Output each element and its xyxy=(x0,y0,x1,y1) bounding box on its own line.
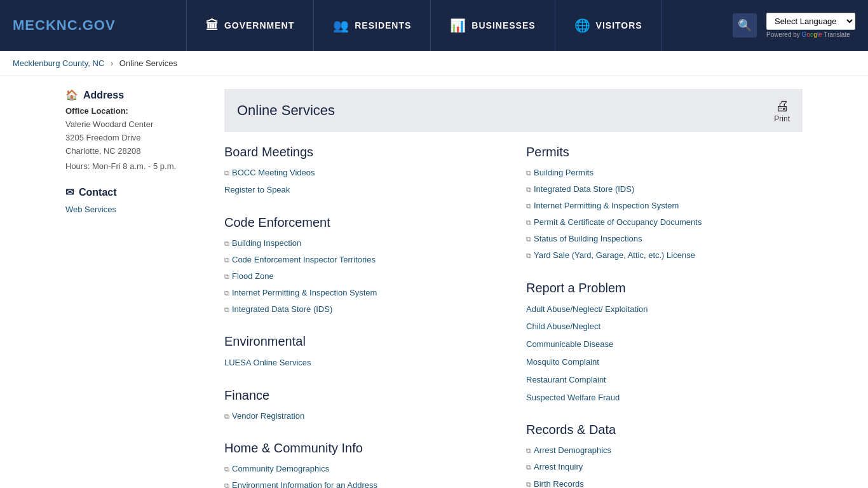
flood-zone-link-ce[interactable]: Flood Zone xyxy=(232,269,274,283)
list-item: Register to Speak xyxy=(224,182,501,198)
breadcrumb-home-link[interactable]: Mecklenburg County, NC xyxy=(13,58,104,68)
vendor-registration-link[interactable]: Vendor Registration xyxy=(232,409,304,423)
left-column: Board Meetings BOCC Meeting Videos Regis… xyxy=(224,145,501,488)
arrest-inquiry-link[interactable]: Arrest Inquiry xyxy=(534,460,583,474)
nav-residents-label: RESIDENTS xyxy=(355,20,411,30)
office-location-value: Valerie Woodard Center3205 Freedom Drive… xyxy=(65,118,205,158)
list-item: LUESA Online Services xyxy=(224,355,501,370)
section-report-problem: Report a Problem Adult Abuse/Neglect/ Ex… xyxy=(526,281,803,405)
yard-sale-link[interactable]: Yard Sale (Yard, Garage, Attic, etc.) Li… xyxy=(534,248,695,262)
list-item: Internet Permitting & Inspection System xyxy=(526,199,803,213)
section-finance: Finance Vendor Registration xyxy=(224,388,501,423)
section-records-data: Records & Data Arrest Demographics Arre xyxy=(526,423,803,488)
external-link-icon xyxy=(526,250,531,262)
header-right: 🔍 Select Language Spanish French Powered… xyxy=(733,13,855,38)
print-label: Print xyxy=(774,114,790,123)
luesa-link[interactable]: LUESA Online Services xyxy=(224,358,311,367)
web-services-link: Web Services xyxy=(65,203,205,217)
register-to-speak-link[interactable]: Register to Speak xyxy=(224,185,290,194)
residents-icon: 👥 xyxy=(333,18,349,33)
internet-permitting-link-ce[interactable]: Internet Permitting & Inspection System xyxy=(232,286,377,300)
building-inspection-link[interactable]: Building Inspection xyxy=(232,236,301,250)
nav-government-label: GOVERNMENT xyxy=(224,20,294,30)
list-item: Code Enforcement Inspector Territories xyxy=(224,253,501,267)
government-icon: 🏛 xyxy=(206,18,219,33)
external-link-icon xyxy=(224,304,229,316)
language-select[interactable]: Select Language Spanish French xyxy=(766,13,855,30)
sidebar-contact-title: ✉ Contact xyxy=(65,186,205,198)
list-item: Restaurant Complaint xyxy=(526,372,803,388)
mosquito-complaint-link[interactable]: Mosquito Complaint xyxy=(526,357,599,367)
adult-abuse-link[interactable]: Adult Abuse/Neglect/ Exploitation xyxy=(526,304,648,314)
list-item: Vendor Registration xyxy=(224,409,501,423)
board-meetings-links: BOCC Meeting Videos Register to Speak xyxy=(224,166,501,198)
sidebar-contact-section: ✉ Contact Web Services xyxy=(65,186,205,217)
breadcrumb-separator: › xyxy=(111,58,113,68)
environmental-title: Environmental xyxy=(224,334,501,349)
nav-residents[interactable]: 👥 RESIDENTS xyxy=(314,0,431,51)
permits-title: Permits xyxy=(526,145,803,159)
section-permits: Permits Building Permits Integrated Dat xyxy=(526,145,803,263)
home-icon: 🏠 xyxy=(65,89,78,101)
translate-box: Select Language Spanish French Powered b… xyxy=(766,13,855,38)
arrest-demographics-link[interactable]: Arrest Demographics xyxy=(534,444,611,458)
nav-visitors-label: VISITORS xyxy=(596,20,642,30)
list-item: Community Demographics xyxy=(224,462,501,476)
external-link-icon xyxy=(526,233,531,245)
nav-government[interactable]: 🏛 GOVERNMENT xyxy=(186,0,314,51)
report-problem-links: Adult Abuse/Neglect/ Exploitation Child … xyxy=(526,302,803,405)
page-header: Online Services 🖨 Print xyxy=(224,89,803,132)
search-button[interactable]: 🔍 xyxy=(733,13,757,37)
external-link-icon xyxy=(224,271,229,283)
community-demographics-link[interactable]: Community Demographics xyxy=(232,462,329,476)
main-nav: 🏛 GOVERNMENT 👥 RESIDENTS 📊 BUSINESSES 🌐 … xyxy=(116,0,733,51)
nav-visitors[interactable]: 🌐 VISITORS xyxy=(555,0,662,51)
bocc-meeting-videos-link[interactable]: BOCC Meeting Videos xyxy=(232,166,315,180)
external-link-icon xyxy=(224,167,229,179)
ids-link-ce[interactable]: Integrated Data Store (IDS) xyxy=(232,302,332,316)
list-item: Status of Building Inspections xyxy=(526,232,803,246)
list-item: Integrated Data Store (IDS) xyxy=(224,302,501,316)
suspected-welfare-fraud-link[interactable]: Suspected Welfare Fraud xyxy=(526,393,620,402)
report-problem-title: Report a Problem xyxy=(526,281,803,295)
print-button[interactable]: 🖨 Print xyxy=(774,98,790,123)
child-abuse-link[interactable]: Child Abuse/Neglect xyxy=(526,322,600,331)
external-link-icon xyxy=(526,184,531,196)
external-link-icon xyxy=(526,217,531,229)
list-item: Adult Abuse/Neglect/ Exploitation xyxy=(526,302,803,317)
environment-info-address-link[interactable]: Environment Information for an Address xyxy=(232,478,377,488)
list-item: Mosquito Complaint xyxy=(526,355,803,370)
sidebar: 🏠 Address Office Location: Valerie Wooda… xyxy=(65,89,205,488)
permit-cert-occupancy-link[interactable]: Permit & Certificate of Occupancy Docume… xyxy=(534,215,702,229)
restaurant-complaint-link[interactable]: Restaurant Complaint xyxy=(526,375,606,384)
ids-link-permits[interactable]: Integrated Data Store (IDS) xyxy=(534,182,634,196)
nav-businesses[interactable]: 📊 BUSINESSES xyxy=(431,0,555,51)
section-environmental: Environmental LUESA Online Services xyxy=(224,334,501,370)
status-building-inspections-link[interactable]: Status of Building Inspections xyxy=(534,232,642,246)
powered-by-text: Powered by Google Translate xyxy=(766,31,850,38)
list-item: BOCC Meeting Videos xyxy=(224,166,501,180)
records-data-title: Records & Data xyxy=(526,423,803,437)
environmental-links: LUESA Online Services xyxy=(224,355,501,370)
building-permits-link[interactable]: Building Permits xyxy=(534,166,593,180)
permits-links: Building Permits Integrated Data Store (… xyxy=(526,166,803,263)
records-data-links: Arrest Demographics Arrest Inquiry xyxy=(526,444,803,488)
code-enforcement-title: Code Enforcement xyxy=(224,215,501,230)
search-icon: 🔍 xyxy=(738,19,752,32)
site-logo[interactable]: MECKNC.GOV xyxy=(13,17,116,34)
section-board-meetings: Board Meetings BOCC Meeting Videos Regis… xyxy=(224,145,501,198)
main-content: 🏠 Address Office Location: Valerie Wooda… xyxy=(53,89,815,488)
communicable-disease-link[interactable]: Communicable Disease xyxy=(526,339,613,349)
businesses-icon: 📊 xyxy=(450,18,466,33)
web-services-anchor[interactable]: Web Services xyxy=(65,205,116,214)
logo-nc: NC.GOV xyxy=(57,17,116,33)
external-link-icon xyxy=(526,200,531,212)
code-enforcement-inspector-link[interactable]: Code Enforcement Inspector Territories xyxy=(232,253,376,267)
list-item: Flood Zone xyxy=(224,269,501,283)
finance-links: Vendor Registration xyxy=(224,409,501,423)
internet-permitting-link-permits[interactable]: Internet Permitting & Inspection System xyxy=(534,199,679,213)
breadcrumb-current: Online Services xyxy=(119,58,177,68)
list-item: Communicable Disease xyxy=(526,337,803,352)
list-item: Arrest Demographics xyxy=(526,444,803,458)
birth-records-link[interactable]: Birth Records xyxy=(534,477,584,488)
